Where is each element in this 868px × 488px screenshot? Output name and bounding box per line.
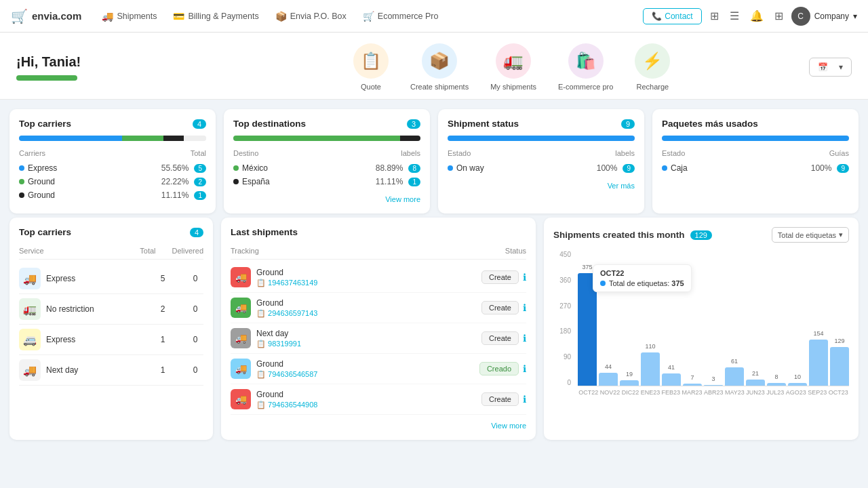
hero-icon-quote[interactable]: 📋 Quote [353,43,389,91]
x-label: OCT23 [829,389,848,396]
chart-area: 375441911041736121810154129 OCT22NOV22DI… [578,251,849,400]
tracking-number: 📋 794636544908 [256,401,317,409]
notification-button[interactable]: 🔔 [747,7,766,25]
card-header: Shipment status 9 [448,119,635,129]
icon-circle: 🚛 [496,43,531,79]
col-total: Total [191,149,206,157]
progress-segment [163,136,184,141]
info-icon[interactable]: ℹ [523,302,526,313]
chart-bar[interactable]: 21 [746,380,765,386]
table-row: Express 55.56% 5 [19,161,206,175]
row-name: Caja [671,163,688,173]
info-icon[interactable]: ℹ [523,333,526,344]
status-area: Create ℹ [458,301,526,314]
bottom-row: Top carriers 4 Service Total Delivered 🚚… [0,218,868,449]
info-icon[interactable]: ℹ [523,272,526,283]
x-label: JUN23 [746,389,765,396]
list-button[interactable]: ☰ [727,7,742,25]
progress-segment [448,136,635,141]
status-button[interactable]: Create [481,392,519,406]
chart-bar[interactable]: 41 [662,373,681,386]
info-icon[interactable]: ℹ [523,394,526,405]
chart-bar[interactable]: 129 [830,347,849,386]
view-more-link[interactable]: View more [491,422,526,430]
row-name: España [242,177,270,186]
chart-dropdown[interactable]: Total de etiquetas ▾ [772,227,849,243]
progress-track [19,136,206,141]
chart-bar[interactable]: 110 [641,352,660,386]
service-row: 🚐 Express 1 0 [19,325,203,355]
chart-bar[interactable]: 7 [683,384,702,386]
carrier-name: México [233,163,268,173]
shipment-row: 🚚 Ground 📋 194637463149 Create ℹ [231,262,526,293]
x-label: NOV22 [600,389,620,396]
hero-icon-recharge[interactable]: ⚡ Recharge [635,43,670,91]
grid-button[interactable]: ⊞ [772,7,786,25]
service-total: 2 [155,304,171,314]
status-button[interactable]: Create [481,301,519,314]
contact-label: Contact [665,12,692,21]
top-cards-row: Top carriers 4 Carriers Total Express 55… [0,100,868,218]
bar-value-label: 21 [752,370,759,377]
table-header: Estado labels [448,149,635,157]
row-count: 9 [623,164,635,173]
tooltip-row: Total de etiquetas: 375 [600,279,684,287]
icon-label: E-commerce pro [558,83,613,91]
col-status: Status [458,247,526,255]
chart-bar[interactable]: 61 [725,367,744,386]
chart-bar[interactable]: 8 [767,383,786,386]
status-badge: 9 [621,119,635,129]
card-title: Paquetes más usados [662,119,758,129]
status-button[interactable]: Creado [479,362,519,375]
logo[interactable]: 🛒 envia.com [11,8,81,24]
carrier-name: Next day [256,329,301,338]
chart-bar[interactable]: 19 [620,380,639,386]
date-picker[interactable]: 📅 ▾ [809,58,852,77]
x-label: SEP23 [808,389,827,396]
service-delivered: 0 [187,274,203,283]
tooltip-label: Total de etiquetas: 375 [609,279,684,287]
chart-x-labels: OCT22NOV22DIC22ENE23FEB23MAR23ABR23MAY23… [578,389,849,396]
progress-segment [184,136,206,141]
chart-header: Shipments created this month 129 Total d… [553,227,849,243]
hero-icon-e-commerce-pro[interactable]: 🛍️ E-commerce pro [558,43,613,91]
status-button[interactable]: Create [481,270,519,284]
top-destinations-card: Top destinations 3 Destino labels México… [224,109,430,214]
nav-label: Ecommerce Pro [378,12,439,21]
calculator-button[interactable]: ⊞ [707,7,722,25]
row-name: Ground [28,190,55,200]
calendar-icon: 📅 [818,62,828,72]
hero-icon-create-shipments[interactable]: 📦 Create shipments [410,43,469,91]
info-icon[interactable]: ℹ [523,363,526,374]
nav-link-shipments[interactable]: 🚚Shipments [95,7,163,26]
card-title: Last shipments [231,227,298,237]
chart-bar[interactable]: 44 [599,373,618,386]
hero-icon-my-shipments[interactable]: 🚛 My shipments [490,43,536,91]
carriers-badge: 4 [193,119,206,129]
status-progress [448,136,635,141]
company-button[interactable]: C Company ▾ [791,7,857,26]
row-count: 2 [194,178,206,186]
col-labels: labels [401,149,420,157]
hero-icons: 📋 Quote 📦 Create shipments 🚛 My shipment… [214,43,809,91]
nav-links: 🚚Shipments💳Billing & Payments📦Envia P.O.… [95,7,637,26]
row-pct: 100% [811,163,832,173]
bar-value-label: 19 [626,371,633,378]
shipment-table-header: Tracking Status [231,244,526,260]
nav-icon: 💳 [173,11,184,22]
chart-bar[interactable]: 154 [809,340,828,386]
tracking-details: Ground 📋 194637463149 [256,268,317,287]
status-button[interactable]: Create [481,331,519,345]
contact-button[interactable]: 📞 Contact [643,8,701,24]
table-header: Estado Guías [662,149,849,157]
service-total: 5 [155,274,171,283]
ver-mas-link[interactable]: Ver más [608,182,635,190]
carrier-icon: 🚚 [231,359,251,379]
navbar: 🛒 envia.com 🚚Shipments💳Billing & Payment… [0,0,868,33]
chart-bar[interactable]: 3 [704,385,723,386]
chart-bar[interactable]: 10 [788,383,807,386]
nav-link-billing-&-payments[interactable]: 💳Billing & Payments [166,7,265,26]
view-more-link[interactable]: View more [385,195,420,203]
nav-link-ecommerce-pro[interactable]: 🛒Ecommerce Pro [356,7,446,26]
nav-link-envia-p.o.-box[interactable]: 📦Envia P.O. Box [269,7,353,26]
